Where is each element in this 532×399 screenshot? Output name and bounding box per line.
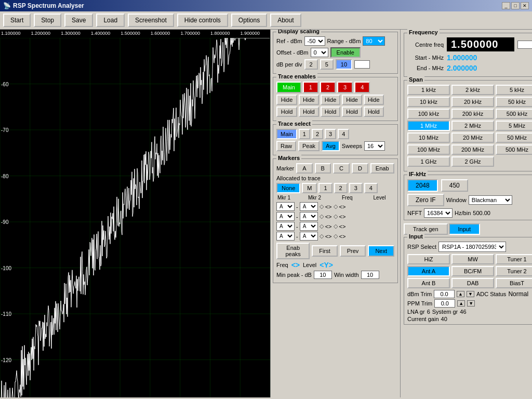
- hold-4-button[interactable]: Hold: [364, 107, 384, 117]
- mkr1-row2-select[interactable]: A: [276, 212, 295, 221]
- rsp-select-dropdown[interactable]: RSP1A - 1807025993: [438, 242, 506, 252]
- biast-button[interactable]: BiasT: [496, 278, 532, 288]
- alloc-1-button[interactable]: 1: [318, 183, 332, 193]
- hold-main-button[interactable]: Hold: [276, 107, 297, 117]
- tsel-3-button[interactable]: 3: [325, 129, 336, 139]
- mkr1-row4-select[interactable]: A: [276, 232, 295, 241]
- dbm-trim-down[interactable]: ▼: [467, 291, 474, 297]
- close-button[interactable]: ✕: [521, 2, 529, 9]
- span-10mhz[interactable]: 10 MHz: [407, 132, 450, 143]
- span-100mhz[interactable]: 100 MHz: [407, 144, 450, 155]
- enab-peaks-button[interactable]: Enab peaks: [276, 243, 310, 259]
- next-button[interactable]: Next: [368, 245, 394, 257]
- span-2mhz[interactable]: 2 MHz: [451, 121, 494, 131]
- screenshot-button[interactable]: Screenshot: [128, 14, 174, 27]
- centre-freq-input[interactable]: [517, 41, 532, 49]
- hiz-button[interactable]: HiZ: [407, 254, 450, 264]
- about-button[interactable]: About: [270, 14, 301, 27]
- freq-arrow-button[interactable]: <>: [291, 261, 300, 269]
- span-5mhz[interactable]: 5 MHz: [496, 121, 532, 131]
- tsel-main-button[interactable]: Main: [276, 129, 297, 139]
- first-button[interactable]: First: [312, 245, 337, 257]
- bcfm-button[interactable]: BC/FM: [451, 266, 494, 276]
- tuner2-button[interactable]: Tuner 2: [496, 266, 532, 276]
- dbm-trim-up[interactable]: ▲: [457, 291, 464, 297]
- span-500mhz[interactable]: 500 MHz: [496, 144, 532, 155]
- dbm-trim-input[interactable]: [434, 290, 455, 298]
- ant-b-button[interactable]: Ant B: [407, 278, 450, 288]
- mkr2-row4-select[interactable]: A: [300, 232, 318, 241]
- peak-button[interactable]: Peak: [298, 141, 320, 151]
- alloc-3-button[interactable]: 3: [349, 183, 363, 193]
- sweeps-select[interactable]: 16832: [364, 141, 385, 151]
- alloc-4-button[interactable]: 4: [364, 183, 378, 193]
- span-200mhz[interactable]: 200 MHz: [451, 144, 494, 155]
- span-100khz[interactable]: 100 kHz: [407, 109, 450, 119]
- nfft-select[interactable]: 16384819232768: [424, 208, 453, 218]
- span-20khz[interactable]: 20 kHz: [451, 97, 494, 107]
- mkr2-row3-select[interactable]: A: [300, 222, 318, 231]
- hold-2-button[interactable]: Hold: [321, 107, 341, 117]
- minimize-button[interactable]: _: [502, 2, 510, 9]
- tuner1-button[interactable]: Tuner 1: [496, 254, 532, 264]
- db5-button[interactable]: 5: [320, 59, 334, 70]
- ref-dbm-select[interactable]: -50-40-60: [304, 36, 325, 46]
- span-2ghz[interactable]: 2 GHz: [451, 156, 494, 167]
- trace-2-button[interactable]: 2: [320, 82, 336, 93]
- range-dbm-select[interactable]: 8060100: [363, 36, 385, 46]
- ppm-trim-up[interactable]: ▲: [457, 300, 465, 307]
- db10-button[interactable]: 10: [336, 59, 352, 70]
- hide-main-button[interactable]: Hide: [276, 95, 297, 105]
- marker-d-button[interactable]: D: [352, 163, 368, 174]
- hide-2-button[interactable]: Hide: [321, 95, 341, 105]
- ant-a-button[interactable]: Ant A: [407, 266, 450, 276]
- marker-a-button[interactable]: A: [296, 163, 312, 174]
- dab-button[interactable]: DAB: [451, 278, 494, 288]
- if-2048-button[interactable]: 2048: [407, 179, 438, 192]
- mkr2-row1-select[interactable]: A: [300, 202, 318, 211]
- hide-controls-button[interactable]: Hide controls: [177, 14, 228, 27]
- mkr1-row1-select[interactable]: A: [276, 202, 295, 211]
- options-button[interactable]: Options: [231, 14, 267, 27]
- alloc-none-button[interactable]: None: [276, 183, 300, 193]
- level-arrow-button[interactable]: <Y>: [320, 261, 333, 269]
- enable-button[interactable]: Enable: [330, 47, 361, 58]
- win-width-input[interactable]: [361, 271, 379, 279]
- trace-3-button[interactable]: 3: [337, 82, 353, 93]
- span-1khz[interactable]: 1 kHz: [407, 85, 450, 95]
- tab-input[interactable]: Input: [449, 223, 480, 235]
- span-1mhz[interactable]: 1 MHz: [407, 121, 450, 131]
- stop-button[interactable]: Stop: [34, 14, 61, 27]
- alloc-2-button[interactable]: 2: [334, 183, 348, 193]
- mkr2-row2-select[interactable]: A: [300, 212, 318, 221]
- start-button[interactable]: Start: [3, 14, 31, 27]
- if-450-button[interactable]: 450: [441, 179, 468, 192]
- hold-3-button[interactable]: Hold: [342, 107, 362, 117]
- tsel-4-button[interactable]: 4: [338, 129, 349, 139]
- mw-button[interactable]: MW: [451, 254, 494, 264]
- span-10khz[interactable]: 10 kHz: [407, 97, 450, 107]
- span-50khz[interactable]: 50 kHz: [496, 97, 532, 107]
- alloc-m-button[interactable]: M: [302, 183, 317, 193]
- span-50mhz[interactable]: 50 MHz: [496, 132, 532, 143]
- save-button[interactable]: Save: [64, 14, 93, 27]
- trace-1-button[interactable]: 1: [303, 82, 318, 93]
- trace-main-button[interactable]: Main: [276, 82, 301, 93]
- span-20mhz[interactable]: 20 MHz: [451, 132, 494, 143]
- tsel-2-button[interactable]: 2: [312, 129, 323, 139]
- raw-button[interactable]: Raw: [276, 141, 296, 151]
- span-1ghz[interactable]: 1 GHz: [407, 156, 450, 167]
- window-select[interactable]: BlackmanHannHammingRectangular: [469, 195, 512, 205]
- offset-dbm-select[interactable]: 01-1: [311, 48, 328, 57]
- span-5khz[interactable]: 5 kHz: [496, 85, 532, 95]
- mkr1-row3-select[interactable]: A: [276, 222, 295, 231]
- span-500khz[interactable]: 500 kHz: [496, 109, 532, 119]
- tsel-1-button[interactable]: 1: [299, 129, 310, 139]
- marker-b-button[interactable]: B: [315, 163, 331, 174]
- ppm-trim-down[interactable]: ▼: [467, 300, 475, 307]
- zero-if-button[interactable]: Zero IF: [407, 194, 444, 206]
- hide-3-button[interactable]: Hide: [342, 95, 362, 105]
- hold-1-button[interactable]: Hold: [299, 107, 319, 117]
- min-peak-input[interactable]: [314, 271, 332, 279]
- marker-enab-button[interactable]: Enab: [370, 163, 394, 174]
